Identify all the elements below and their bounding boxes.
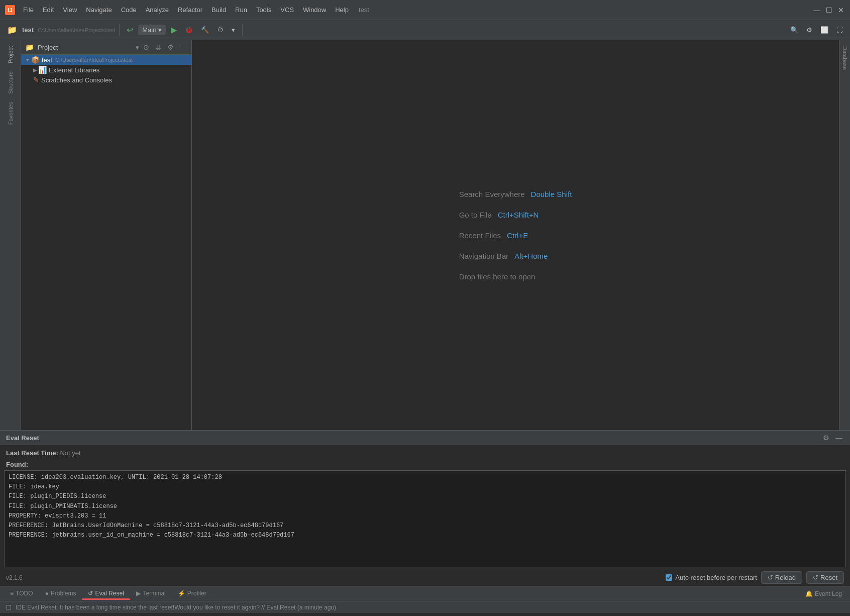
bottom-info-reset-time: Last Reset Time: Not yet: [0, 445, 850, 459]
hint-key-goto: Ctrl+Shift+N: [498, 211, 539, 219]
log-line-0: LICENSE: idea203.evaluation.key, UNTIL: …: [9, 473, 841, 482]
todo-label: TODO: [16, 590, 33, 597]
tab-problems[interactable]: ● Problems: [39, 588, 82, 600]
sidebar-tab-project[interactable]: Project: [6, 42, 16, 67]
terminal-icon: ▶: [136, 590, 141, 597]
menu-edit[interactable]: Edit: [39, 5, 58, 15]
maximize-button[interactable]: ☐: [825, 6, 833, 14]
bottom-panel-icons: ⚙ —: [821, 433, 844, 443]
menu-refactor[interactable]: Refactor: [174, 5, 206, 15]
event-log-icon: 🔔: [805, 590, 813, 597]
reload-button[interactable]: ↺ Reload: [761, 571, 802, 584]
back-button[interactable]: ↩: [124, 23, 136, 37]
profile-button[interactable]: ⏱: [214, 24, 227, 36]
tree-arrow-test: ▼: [25, 57, 30, 63]
reset-icon: ↺: [813, 574, 818, 581]
tree-label-test: test: [42, 56, 52, 64]
tree-item-external-libs[interactable]: ▶ 📊 External Libraries: [21, 65, 191, 75]
event-log-button[interactable]: 🔔 Event Log: [801, 589, 846, 598]
hint-text-drop: Drop files here to open: [459, 272, 536, 281]
log-area[interactable]: LICENSE: idea203.evaluation.key, UNTIL: …: [4, 470, 846, 567]
right-sidebar-tabs: Database: [839, 40, 850, 430]
log-line-6: PREFERENCE: jetbrains.user_id_on_machine…: [9, 531, 841, 540]
locate-icon[interactable]: ⊙: [141, 42, 151, 52]
more-run-options[interactable]: ▾: [229, 24, 238, 36]
tab-todo[interactable]: ≡ TODO: [4, 588, 39, 600]
bottom-settings-icon[interactable]: ⚙: [821, 433, 831, 443]
hint-drop-files: Drop files here to open: [459, 272, 572, 281]
menu-window[interactable]: Window: [299, 5, 330, 15]
reset-button[interactable]: ↺ Reset: [806, 571, 844, 584]
app-icon: IJ: [5, 5, 15, 15]
hint-text-goto: Go to File: [459, 211, 492, 219]
minimize-button[interactable]: —: [813, 6, 821, 14]
collapse-all-icon[interactable]: ⇊: [153, 42, 163, 52]
branch-selector[interactable]: Main ▾: [138, 25, 166, 35]
profiler-label: Profiler: [187, 590, 206, 597]
bottom-panel-title: Eval Reset: [6, 434, 821, 442]
hint-key-recent: Ctrl+E: [507, 231, 528, 240]
module-icon: 📦: [31, 56, 40, 64]
settings-button[interactable]: ⚙: [803, 24, 815, 36]
folder-icon[interactable]: 📁: [4, 23, 20, 37]
project-panel-icon: 📁: [25, 43, 34, 51]
problems-icon: ●: [45, 590, 48, 597]
close-button[interactable]: ✕: [837, 6, 845, 14]
hint-nav-bar: Navigation Bar Alt+Home: [459, 252, 572, 260]
right-tab-database[interactable]: Database: [841, 42, 849, 74]
auto-reset-checkbox[interactable]: [666, 574, 672, 581]
bottom-panel: Eval Reset ⚙ — Last Reset Time: Not yet …: [0, 430, 850, 586]
status-message: IDE Eval Reset: It has been a long time …: [16, 604, 336, 611]
left-sidebar-tabs: Project Structure Favorites: [0, 40, 21, 430]
menu-vcs[interactable]: VCS: [276, 5, 298, 15]
tree-item-scratches[interactable]: ✎ Scratches and Consoles: [21, 75, 191, 85]
run-button[interactable]: ▶: [168, 23, 180, 37]
expand-button[interactable]: ⛶: [833, 24, 846, 36]
toolbar-separator-1: [119, 24, 120, 36]
menu-help[interactable]: Help: [331, 5, 353, 15]
library-icon: 📊: [38, 66, 47, 74]
project-path: C:\Users\allen\IdeaProjects\test: [38, 27, 115, 33]
branch-name: Main: [142, 26, 156, 34]
hint-recent-files: Recent Files Ctrl+E: [459, 231, 572, 240]
menu-analyze[interactable]: Analyze: [142, 5, 173, 15]
last-reset-value-text: Not yet: [60, 449, 80, 457]
menu-file[interactable]: File: [19, 5, 38, 15]
menu-navigate[interactable]: Navigate: [82, 5, 116, 15]
branch-dropdown-icon: ▾: [158, 26, 162, 34]
menu-run[interactable]: Run: [231, 5, 251, 15]
panel-dropdown-icon[interactable]: ▾: [136, 44, 139, 51]
panel-close-icon[interactable]: —: [177, 42, 187, 52]
layout-button[interactable]: ⬜: [817, 24, 831, 36]
reload-icon: ↺: [768, 574, 773, 581]
tab-eval-reset[interactable]: ↺ Eval Reset: [82, 588, 130, 600]
menu-build[interactable]: Build: [207, 5, 230, 15]
sidebar-tab-favorites[interactable]: Favorites: [6, 98, 16, 129]
coverage-button[interactable]: 🔨: [198, 24, 212, 36]
hint-text-recent: Recent Files: [459, 231, 501, 240]
todo-icon: ≡: [10, 590, 14, 597]
tree-item-test[interactable]: ▼ 📦 test C:\Users\allen\IdeaProjects\tes…: [21, 55, 191, 65]
tab-terminal[interactable]: ▶ Terminal: [130, 588, 171, 600]
sidebar-tab-structure[interactable]: Structure: [6, 67, 16, 98]
log-line-5: PREFERENCE: JetBrains.UserIdOnMachine = …: [9, 521, 841, 531]
menu-tools[interactable]: Tools: [252, 5, 275, 15]
version-label: v2.1.6: [6, 574, 23, 581]
main-content: Project Structure Favorites 📁 Project ▾ …: [0, 40, 850, 430]
status-bar: ☐ IDE Eval Reset: It has been a long tim…: [0, 601, 850, 613]
panel-settings-icon[interactable]: ⚙: [165, 42, 175, 52]
menu-code[interactable]: Code: [117, 5, 141, 15]
tab-profiler[interactable]: ⚡ Profiler: [172, 588, 212, 600]
tree-path-test: C:\Users\allen\IdeaProjects\test: [55, 57, 133, 63]
log-line-1: FILE: idea.key: [9, 482, 841, 492]
hint-text-search: Search Everywhere: [459, 190, 525, 198]
search-everywhere-button[interactable]: 🔍: [787, 24, 801, 36]
auto-reset-checkbox-label[interactable]: Auto reset before per restart: [666, 574, 757, 581]
bottom-hide-icon[interactable]: —: [834, 433, 844, 443]
menu-view[interactable]: View: [59, 5, 81, 15]
window-title: test: [359, 6, 369, 14]
log-line-4: PROPERTY: evlsprt3.203 = 11: [9, 511, 841, 521]
status-checkbox: ☐: [6, 604, 12, 611]
hint-goto-file: Go to File Ctrl+Shift+N: [459, 211, 572, 219]
debug-button[interactable]: 🐞: [182, 24, 196, 36]
